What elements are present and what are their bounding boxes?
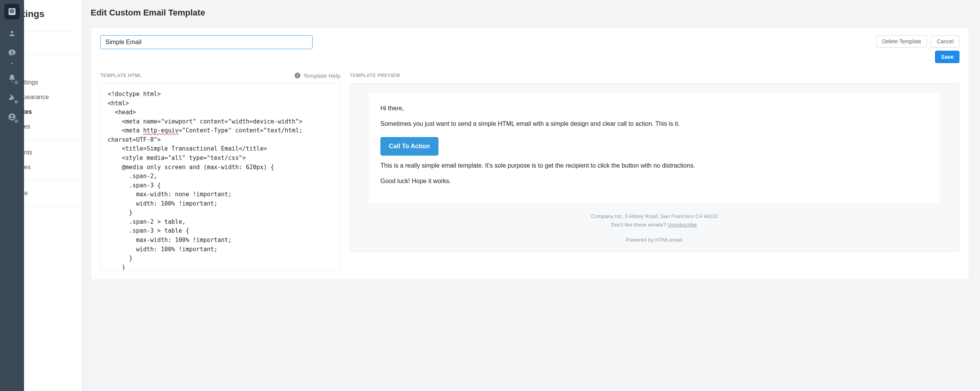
message-count-badge: 0 [11,51,13,55]
sidebar-item-templates[interactable]: mplates [24,105,82,119]
sidebar-item[interactable]: People [24,186,82,201]
sidebar-item[interactable]: er Settings [24,75,82,90]
info-icon [294,72,301,79]
divider [24,180,82,180]
svg-rect-1 [10,9,10,13]
help-link-text: Template Help [303,72,340,79]
svg-rect-8 [297,75,298,77]
email-footer: Company Inc, 3 Abbey Road, San Francisco… [350,212,959,244]
sidebar-item[interactable]: egments [24,145,82,160]
rail-profile-icon[interactable] [7,111,17,122]
footer-unsub-text: Don't like these emails? [611,222,668,228]
sidebar-item[interactable]: dresses [24,119,82,134]
svg-point-9 [297,74,298,74]
sidebar-item[interactable]: er Appearance [24,90,82,105]
rail-outbound-icon[interactable] [7,73,17,84]
template-html-editor[interactable]: <!doctype html> <html> <head> <meta name… [100,83,340,270]
template-html-label: TEMPLATE HTML [100,73,142,78]
people-icon [8,29,16,38]
email-cta-button[interactable]: Call To Action [380,137,438,156]
delete-template-button[interactable]: Delete Template [876,35,927,48]
sidebar-item[interactable]: g [24,60,82,75]
app-logo[interactable] [4,4,20,19]
footer-address: Company Inc, 3 Abbey Road, San Francisco… [369,212,940,221]
template-preview-label: TEMPLATE PREVIEW [350,73,400,78]
editor-card: Delete Template Cancel Save TEMPLATE HTM… [91,27,969,280]
sidebar-item[interactable]: es [24,34,82,49]
rail-separator-dot [11,63,13,64]
rail-messages-icon[interactable]: 0 [7,47,17,58]
svg-rect-3 [12,9,13,13]
plus-badge-icon [14,80,19,85]
sidebar-title: Settings [24,9,82,28]
plus-badge-icon [14,99,19,105]
divider [24,139,82,140]
icon-rail: 0 [0,0,24,391]
powered-by: Powered by HTMLemail. [369,236,940,244]
save-button[interactable]: Save [935,51,959,63]
email-paragraph: Sometimes you just want to send a simple… [380,119,929,129]
email-paragraph: This is a really simple email template. … [380,161,929,170]
email-greeting: Hi there, [380,104,929,113]
rail-people-icon[interactable] [7,28,17,39]
svg-rect-4 [13,9,14,13]
page-title: Edit Custom Email Template [91,8,969,18]
template-preview: Hi there, Sometimes you just want to sen… [350,83,959,252]
email-paragraph: Good luck! Hope it works. [380,177,929,186]
sidebar-item[interactable]: ttributes [24,160,82,175]
svg-point-6 [11,115,13,117]
main-content: Edit Custom Email Template Delete Templa… [82,0,980,391]
settings-sidebar: Settings es g er Settings er Appearance … [24,0,82,391]
top-row: Delete Template Cancel Save [100,35,959,63]
rail-launch-icon[interactable] [7,92,17,103]
divider [24,55,82,55]
svg-rect-2 [11,9,12,13]
divider [24,31,76,31]
intercom-logo-icon [7,7,17,16]
plus-badge-icon [14,118,19,124]
divider [24,206,82,206]
unsubscribe-link[interactable]: Unsubscribe [668,222,697,228]
cancel-button[interactable]: Cancel [931,35,959,48]
email-body: Hi there, Sometimes you just want to sen… [369,93,940,203]
template-help-link[interactable]: Template Help [294,72,340,79]
template-name-input[interactable] [100,35,313,49]
